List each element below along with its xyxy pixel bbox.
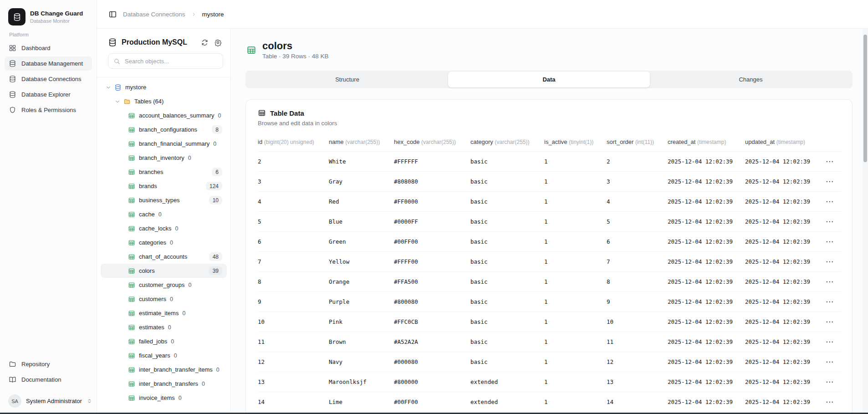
tree-table-estimates[interactable]: estimates0: [101, 320, 227, 334]
sidebar-item-repository[interactable]: Repository: [5, 357, 92, 371]
sidebar-item-label: Repository: [21, 361, 50, 368]
tree-tables: account_balances_summary0branch_configur…: [101, 108, 227, 405]
tree-table-chart-of-accounts[interactable]: chart_of_accounts48: [101, 250, 227, 264]
tree-table-branch-financial-summary[interactable]: branch_financial_summary0: [101, 137, 227, 151]
row-actions-cell: ⋯: [826, 152, 841, 172]
tree-table-invoice-items[interactable]: invoice_items0: [101, 391, 227, 405]
tree-table-cache-locks[interactable]: cache_locks0: [101, 221, 227, 235]
table-grid-icon: [128, 112, 135, 119]
row-count: 0: [213, 141, 216, 147]
row-actions-button[interactable]: ⋯: [826, 337, 833, 346]
row-actions-button[interactable]: ⋯: [826, 297, 833, 306]
cell-sort-order: 11: [607, 332, 668, 352]
column-type: (timestamp): [697, 139, 726, 145]
database-icon: [13, 13, 21, 21]
cell-is-active: 1: [544, 292, 607, 312]
tree-table-branches[interactable]: branches6: [101, 165, 227, 179]
column-header-actions: [826, 133, 841, 152]
row-count-badge: 8: [212, 125, 222, 134]
cell-is-active: 1: [544, 392, 607, 412]
tree-table-inter-branch-transfer-items[interactable]: inter_branch_transfer_items0: [101, 363, 227, 377]
row-count: 0: [216, 367, 220, 373]
sidebar-item-database-explorer[interactable]: Database Explorer: [5, 87, 92, 102]
chevron-right-icon: [191, 11, 197, 17]
sidebar-toggle-icon[interactable]: [108, 10, 117, 19]
tree-table-branch-inventory[interactable]: branch_inventory0: [101, 151, 227, 165]
table-name: branch_inventory: [139, 154, 184, 161]
row-actions-button[interactable]: ⋯: [826, 277, 833, 286]
cell-created-at: 2025-12-04 12:02:39: [668, 212, 745, 232]
tree-table-estimate-items[interactable]: estimate_items0: [101, 306, 227, 320]
row-actions-button[interactable]: ⋯: [826, 358, 833, 366]
row-actions-button[interactable]: ⋯: [826, 197, 833, 206]
book-icon: [9, 376, 16, 383]
cell-hex-code: #808080: [394, 172, 470, 192]
tree-table-failed-jobs[interactable]: failed_jobs0: [101, 334, 227, 348]
cell-name: Green: [329, 232, 394, 252]
row-actions-button[interactable]: ⋯: [826, 317, 833, 326]
tree-table-inter-branch-transfers[interactable]: inter_branch_transfers0: [101, 377, 227, 391]
tab-label: Changes: [739, 76, 762, 83]
tab-data[interactable]: Data: [448, 72, 650, 87]
column-type: (int(11)): [635, 139, 654, 145]
tree-table-account-balances-summary[interactable]: account_balances_summary0: [101, 108, 227, 123]
tree-node-tables-group[interactable]: Tables (64): [101, 94, 227, 108]
sidebar-item-database-management[interactable]: Database Management: [5, 56, 92, 71]
column-name: created_at: [668, 138, 695, 145]
cell-category: basic: [470, 232, 544, 252]
vertical-scrollbar[interactable]: [863, 29, 868, 413]
scrollbar-thumb[interactable]: [863, 35, 867, 162]
cell-is-active: 1: [544, 192, 607, 212]
table-grid-icon: [128, 239, 135, 246]
cell-id: 3: [258, 172, 329, 192]
row-actions-button[interactable]: ⋯: [826, 378, 833, 386]
card-header: Table Data: [258, 109, 840, 117]
sidebar-item-documentation[interactable]: Documentation: [5, 373, 92, 387]
column-name: hex_code: [394, 138, 419, 145]
row-count-badge: 6: [212, 168, 222, 176]
row-actions-button[interactable]: ⋯: [826, 177, 833, 186]
breadcrumb-current: mystore: [202, 11, 224, 18]
tree-table-colors[interactable]: colors39: [101, 264, 227, 278]
tree-table-categories[interactable]: categories0: [101, 235, 227, 250]
table-grid-icon: [128, 324, 135, 331]
sidebar-item-label: Database Explorer: [21, 91, 71, 98]
database-icon: [114, 84, 122, 91]
sidebar-item-dashboard[interactable]: Dashboard: [5, 41, 92, 55]
table-name: chart_of_accounts: [139, 253, 187, 260]
table-name: business_types: [139, 197, 180, 204]
table-row: 5Blue#0000FFbasic152025-12-04 12:02:3920…: [258, 212, 841, 232]
sidebar: DB Change Guard Database Monitor Platfor…: [0, 0, 97, 414]
tree-table-fiscal-years[interactable]: fiscal_years0: [101, 348, 227, 363]
cell-sort-order: 5: [607, 212, 668, 232]
gear-icon[interactable]: [214, 38, 222, 47]
tree-table-business-types[interactable]: business_types10: [101, 193, 227, 207]
tab-label: Data: [542, 76, 555, 83]
sidebar-item-database-connections[interactable]: Database Connections: [5, 72, 92, 86]
tree-table-customers[interactable]: customers0: [101, 292, 227, 306]
tree-table-cache[interactable]: cache0: [101, 207, 227, 221]
table-grid-icon: [128, 338, 135, 345]
refresh-icon[interactable]: [200, 38, 209, 47]
user-menu[interactable]: SA System Administrator: [5, 393, 92, 408]
row-actions-button[interactable]: ⋯: [826, 217, 833, 226]
cell-name: White: [329, 152, 394, 172]
row-actions-button[interactable]: ⋯: [826, 257, 833, 266]
tab-structure[interactable]: Structure: [246, 72, 448, 87]
row-count-badge: 10: [209, 196, 222, 204]
tab-changes[interactable]: Changes: [650, 72, 852, 87]
tree-node-database[interactable]: mystore: [101, 80, 227, 94]
tree-table-brands[interactable]: brands124: [101, 179, 227, 193]
table-row: 3Gray#808080basic132025-12-04 12:02:3920…: [258, 172, 841, 192]
cell-is-active: 1: [544, 252, 607, 272]
row-actions-button[interactable]: ⋯: [826, 398, 833, 406]
breadcrumb-parent[interactable]: Database Connections: [123, 11, 185, 18]
row-actions-cell: ⋯: [826, 252, 841, 272]
row-actions-button[interactable]: ⋯: [826, 237, 833, 246]
tree-table-branch-configurations[interactable]: branch_configurations8: [101, 123, 227, 137]
sidebar-item-roles-permissions[interactable]: Roles & Permissions: [5, 103, 92, 117]
search-input[interactable]: [124, 57, 218, 65]
tree-table-customer-groups[interactable]: customer_groups0: [101, 278, 227, 292]
cell-updated-at: 2025-12-04 12:02:39: [745, 312, 826, 332]
row-actions-button[interactable]: ⋯: [826, 157, 833, 166]
